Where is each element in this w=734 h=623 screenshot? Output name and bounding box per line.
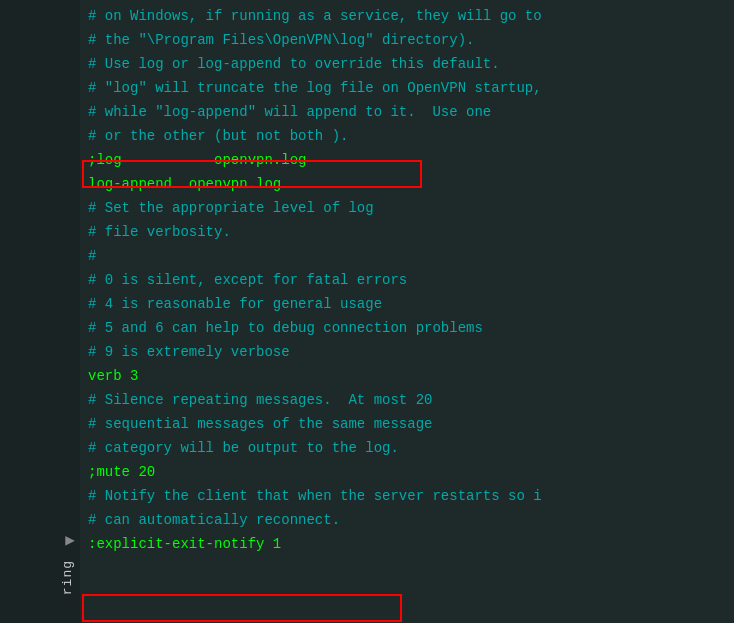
code-line: # Silence repeating messages. At most 20 [88,388,726,412]
code-line: ;mute 20 [88,460,726,484]
code-line: # "log" will truncate the log file on Op… [88,76,726,100]
code-line: # or the other (but not both ). [88,124,726,148]
code-line: # sequential messages of the same messag… [88,412,726,436]
code-line: # while "log-append" will append to it. … [88,100,726,124]
code-line: # 0 is silent, except for fatal errors [88,268,726,292]
code-line: # 4 is reasonable for general usage [88,292,726,316]
code-editor[interactable]: # on Windows, if running as a service, t… [80,0,734,623]
code-line: ;log openvpn.log [88,148,726,172]
code-line: # 5 and 6 can help to debug connection p… [88,316,726,340]
code-line: # Notify the client that when the server… [88,484,726,508]
code-line: # can automatically reconnect. [88,508,726,532]
code-line: # Use log or log-append to override this… [88,52,726,76]
sidebar: ▶ ring [0,0,80,623]
code-line: verb 3 [88,364,726,388]
code-line: # [88,244,726,268]
code-line: log-append openvpn.log [88,172,726,196]
code-line: # category will be output to the log. [88,436,726,460]
code-line: # on Windows, if running as a service, t… [88,4,726,28]
code-line: :explicit-exit-notify 1 [88,532,726,556]
code-line: # 9 is extremely verbose [88,340,726,364]
highlight-explicit-exit [82,594,402,622]
code-line: # file verbosity. [88,220,726,244]
code-line: # the "\Program Files\OpenVPN\log" direc… [88,28,726,52]
code-line: # Set the appropriate level of log [88,196,726,220]
sidebar-arrow[interactable]: ▶ [65,530,75,550]
sidebar-label: ring [60,560,75,595]
